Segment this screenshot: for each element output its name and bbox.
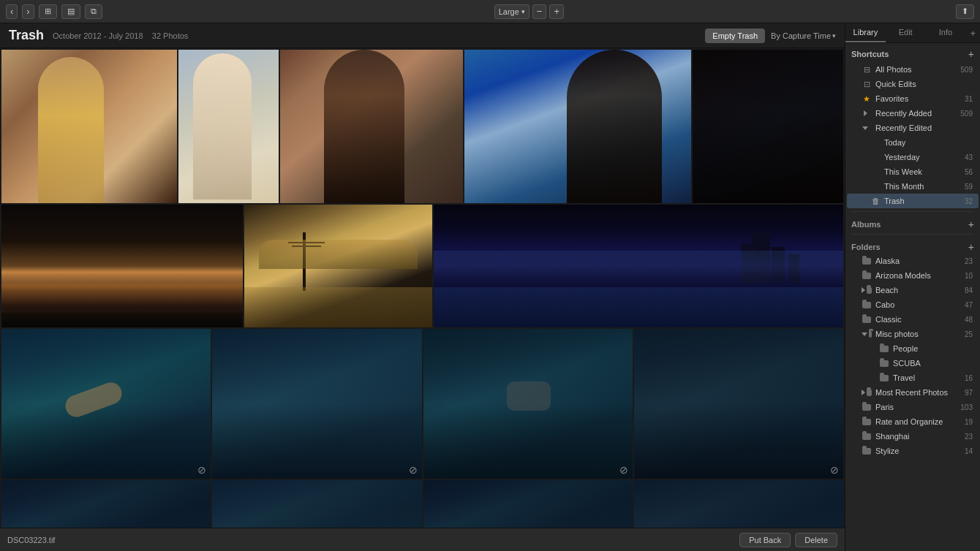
nav-back-btn[interactable]: ‹ bbox=[6, 4, 18, 19]
sidebar-item-cabo[interactable]: Cabo 47 bbox=[847, 297, 979, 312]
sidebar-item-alaska[interactable]: Alaska 23 bbox=[847, 254, 979, 268]
sidebar-item-people[interactable]: People bbox=[847, 341, 979, 356]
photo-item[interactable] bbox=[634, 480, 843, 528]
no-entry-icon: ⊘ bbox=[830, 464, 839, 476]
sidebar-item-scuba[interactable]: SCUBA bbox=[847, 356, 979, 370]
share-icon: ⬆ bbox=[962, 7, 968, 16]
photo-item[interactable] bbox=[693, 50, 843, 203]
sidebar-item-classic[interactable]: Classic 48 bbox=[847, 312, 979, 327]
photo-row-2 bbox=[1, 205, 843, 327]
classic-count: 48 bbox=[965, 316, 973, 324]
yesterday-count: 43 bbox=[965, 153, 973, 162]
tab-info[interactable]: Info bbox=[926, 23, 966, 42]
sidebar-item-yesterday[interactable]: Yesterday 43 bbox=[847, 150, 979, 164]
photo-trash-overlay: ⊘ bbox=[212, 329, 421, 479]
sidebar-item-most-recent[interactable]: Most Recent Photos 97 bbox=[847, 385, 979, 400]
classic-folder-icon bbox=[862, 314, 872, 324]
content-area: Trash October 2012 - July 2018 32 Photos… bbox=[0, 23, 845, 551]
this-month-label: This Month bbox=[884, 182, 962, 191]
cabo-count: 47 bbox=[965, 301, 973, 309]
zoom-minus-btn[interactable]: − bbox=[532, 4, 547, 19]
photo-item[interactable]: ⊘ bbox=[212, 329, 421, 479]
misc-expand-icon bbox=[862, 329, 872, 339]
photo-item[interactable]: ⊘ bbox=[423, 329, 633, 479]
sidebar-item-all-photos[interactable]: ⊟ All Photos 509 bbox=[847, 62, 979, 77]
this-week-label: This Week bbox=[884, 167, 962, 176]
photo-item[interactable] bbox=[280, 50, 463, 203]
shortcuts-add-btn[interactable]: + bbox=[968, 49, 974, 59]
folders-section-header: Folders + bbox=[845, 238, 980, 254]
photo-item[interactable]: ⊘ bbox=[1, 329, 211, 479]
shanghai-count: 23 bbox=[965, 433, 973, 441]
stylize-folder-icon bbox=[862, 446, 872, 456]
sort-label: By Capture Time bbox=[771, 31, 831, 40]
size-dropdown[interactable]: Large ▾ bbox=[494, 4, 529, 19]
stylize-label: Stylize bbox=[875, 446, 962, 455]
sidebar-item-recently-edited[interactable]: Recently Edited bbox=[847, 121, 979, 135]
sidebar-item-stylize[interactable]: Stylize 14 bbox=[847, 444, 979, 458]
trash-label: Trash bbox=[884, 197, 962, 205]
empty-trash-button[interactable]: Empty Trash bbox=[705, 28, 765, 43]
paris-count: 103 bbox=[960, 403, 973, 411]
sidebar-item-shanghai[interactable]: Shanghai 23 bbox=[847, 429, 979, 444]
top-toolbar: ‹ › ⊞ ▤ ⧉ Large ▾ − + ⬆ bbox=[0, 0, 980, 23]
sidebar-item-beach[interactable]: Beach 84 bbox=[847, 283, 979, 297]
sidebar-item-favorites[interactable]: ★ Favorites 31 bbox=[847, 91, 979, 106]
sort-button[interactable]: By Capture Time ▾ bbox=[771, 31, 836, 40]
sidebar-item-rate-organize[interactable]: Rate and Organize 19 bbox=[847, 414, 979, 429]
zoom-plus-btn[interactable]: + bbox=[549, 4, 564, 19]
sidebar-item-trash[interactable]: 🗑 Trash 32 bbox=[847, 194, 979, 208]
sidebar-item-this-month[interactable]: This Month 59 bbox=[847, 179, 979, 194]
tab-edit[interactable]: Edit bbox=[886, 23, 926, 42]
sidebar-tabs: Library Edit Info + bbox=[845, 23, 980, 43]
sidebar-item-travel[interactable]: Travel 16 bbox=[847, 370, 979, 385]
shanghai-folder-icon bbox=[862, 431, 872, 441]
folders-add-btn[interactable]: + bbox=[968, 242, 974, 252]
most-recent-count: 97 bbox=[965, 389, 973, 397]
cabo-label: Cabo bbox=[875, 300, 962, 309]
put-back-button[interactable]: Put Back bbox=[739, 533, 791, 547]
trash-count: 32 bbox=[965, 197, 973, 205]
photo-row-3: ⊘ ⊘ ⊘ bbox=[1, 329, 843, 479]
photo-item[interactable] bbox=[244, 205, 432, 327]
photo-item[interactable] bbox=[178, 50, 279, 203]
compare-icon: ⧉ bbox=[91, 7, 97, 16]
this-month-icon bbox=[870, 181, 881, 191]
photo-item[interactable] bbox=[212, 480, 421, 528]
sidebar-item-arizona-models[interactable]: Arizona Models 10 bbox=[847, 268, 979, 283]
delete-button[interactable]: Delete bbox=[795, 533, 837, 547]
sidebar-item-today[interactable]: Today bbox=[847, 135, 979, 150]
sidebar-item-misc-photos[interactable]: Misc photos 25 bbox=[847, 327, 979, 341]
photo-item[interactable] bbox=[1, 480, 211, 528]
sidebar-tab-add[interactable]: + bbox=[965, 23, 980, 42]
beach-label: Beach bbox=[875, 286, 962, 294]
expand-down-icon bbox=[862, 123, 872, 133]
photo-item[interactable] bbox=[1, 205, 243, 327]
dropdown-arrow-icon: ▾ bbox=[521, 8, 525, 15]
photo-item[interactable] bbox=[464, 50, 691, 203]
share-btn[interactable]: ⬆ bbox=[956, 4, 974, 19]
view-grid-btn[interactable]: ⊞ bbox=[39, 4, 57, 19]
view-browse-btn[interactable]: ▤ bbox=[61, 4, 80, 19]
yesterday-icon bbox=[870, 152, 881, 162]
nav-forward-btn[interactable]: › bbox=[22, 4, 34, 19]
photo-item[interactable] bbox=[423, 480, 633, 528]
photo-item[interactable] bbox=[434, 205, 843, 327]
stylize-count: 14 bbox=[965, 447, 973, 455]
arizona-models-label: Arizona Models bbox=[875, 271, 962, 280]
this-week-count: 56 bbox=[965, 168, 973, 176]
alaska-folder-icon bbox=[862, 256, 872, 266]
scuba-folder-icon bbox=[879, 358, 889, 368]
tab-library-label: Library bbox=[853, 28, 878, 37]
photo-item[interactable] bbox=[1, 50, 177, 203]
tab-library[interactable]: Library bbox=[845, 23, 886, 42]
photo-item[interactable]: ⊘ bbox=[634, 329, 843, 479]
sidebar-item-paris[interactable]: Paris 103 bbox=[847, 400, 979, 414]
sidebar-item-this-week[interactable]: This Week 56 bbox=[847, 164, 979, 179]
photo-trash-overlay: ⊘ bbox=[423, 329, 633, 479]
albums-add-btn[interactable]: + bbox=[968, 219, 974, 229]
sidebar-item-recently-added[interactable]: Recently Added 509 bbox=[847, 106, 979, 121]
view-compare-btn[interactable]: ⧉ bbox=[85, 4, 102, 19]
bottom-bar: DSC03223.tif Put Back Delete bbox=[0, 528, 845, 551]
sidebar-item-quick-edits[interactable]: ⊡ Quick Edits bbox=[847, 77, 979, 91]
